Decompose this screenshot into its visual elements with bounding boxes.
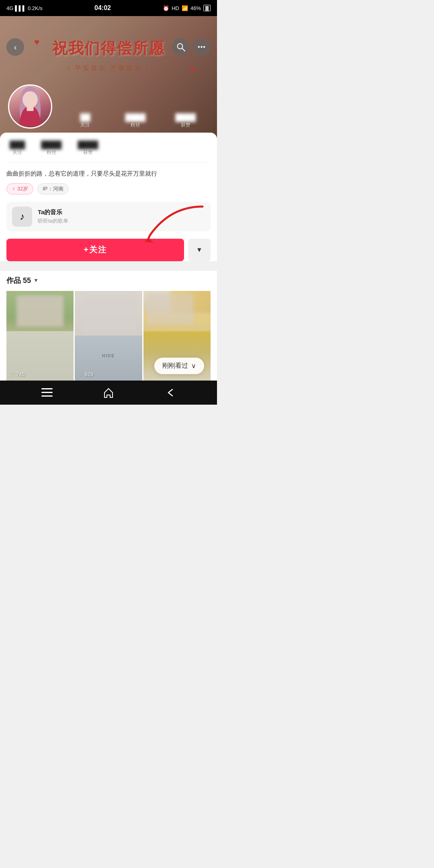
music-title: Ta的音乐 xyxy=(38,209,68,216)
white-following-num: ███ xyxy=(10,141,25,149)
bio-text: 曲曲折折的路，总有它的道理，只要尽头是花开万里就行 xyxy=(6,169,211,178)
like-count-1: ♡ 745 xyxy=(10,371,25,377)
more-action-button[interactable]: ▼ xyxy=(188,239,211,261)
svg-line-1 xyxy=(182,48,185,51)
music-icon: ♪ xyxy=(12,207,32,227)
gender-age-tag: ♀ 32岁 xyxy=(6,183,33,194)
works-label: 作品 55 xyxy=(6,276,31,285)
works-header[interactable]: 作品 55 ▼ xyxy=(6,271,211,291)
follow-button[interactable]: +关注 xyxy=(6,239,184,261)
cover-subtitle: / 平安喜乐 万事胜意 / xyxy=(0,64,217,73)
video-item[interactable]: ♡ 745 xyxy=(6,291,74,381)
recently-viewed-badge[interactable]: 刚刚看过 ∨ xyxy=(154,358,204,374)
svg-point-3 xyxy=(23,91,38,108)
status-left: 4G ▌▌▌ 0.2K/s xyxy=(6,5,43,11)
heart-icon-2: ♡ xyxy=(78,371,83,377)
cover-stats: ██ 关注 ████ 粉丝 ████ 获赞 xyxy=(60,113,211,129)
stats-row-white: ███ 关注 ████ 粉丝 ████ 获赞 xyxy=(6,141,211,163)
age-text: 32岁 xyxy=(17,185,28,192)
home-button[interactable] xyxy=(100,384,117,401)
music-card[interactable]: ♪ Ta的音乐 听听ta的歌单 xyxy=(6,202,211,231)
battery-text: 46% xyxy=(190,5,201,11)
svg-rect-7 xyxy=(41,392,53,393)
works-dropdown-icon: ▼ xyxy=(33,277,39,283)
status-right: ⏰ HD 📶 46% ▓ xyxy=(163,5,211,11)
signal-bars: ▌▌▌ xyxy=(15,5,26,11)
status-bar: 4G ▌▌▌ 0.2K/s 04:02 ⏰ HD 📶 46% ▓ xyxy=(0,0,217,16)
profile-card: ███ 关注 ████ 粉丝 ████ 获赞 曲曲折折的路，总有它的道理，只要尽… xyxy=(0,133,217,261)
action-wrapper: +关注 ▼ xyxy=(6,239,211,261)
alarm-icon: ⏰ xyxy=(163,5,169,11)
ip-location-tag: IP：河南 xyxy=(37,183,68,194)
time-display: 04:02 xyxy=(94,4,111,12)
white-likes-num: ████ xyxy=(78,141,98,149)
video-grid: ♡ 745 HIDE ♡ 929 刚 xyxy=(6,291,211,381)
heart-icon-1: ♡ xyxy=(10,371,14,377)
like-num-2: 929 xyxy=(84,371,93,377)
music-subtitle: 听听ta的歌单 xyxy=(38,217,68,225)
video-item[interactable]: HIDE ♡ 929 xyxy=(75,291,142,381)
following-count: ██ xyxy=(60,113,111,122)
menu-button[interactable] xyxy=(38,384,56,401)
bottom-nav xyxy=(0,381,217,405)
dropdown-arrow-icon: ▼ xyxy=(196,246,203,254)
gender-icon: ♀ xyxy=(12,186,16,192)
recently-viewed-arrow-icon: ∨ xyxy=(191,362,196,370)
speed-text: 0.2K/s xyxy=(28,5,43,11)
back-button[interactable]: ‹ xyxy=(6,38,24,56)
action-row: +关注 ▼ xyxy=(6,239,211,261)
svg-rect-6 xyxy=(41,388,53,389)
recently-viewed-label: 刚刚看过 xyxy=(162,362,188,370)
more-button[interactable]: ••• xyxy=(193,38,211,56)
search-button[interactable] xyxy=(172,38,190,56)
music-note-icon: ♪ xyxy=(20,211,25,222)
like-num-1: 745 xyxy=(16,371,25,377)
white-likes-label: 获赞 xyxy=(78,149,98,156)
wifi-icon: 📶 xyxy=(182,5,188,11)
works-section: 作品 55 ▼ ♡ 745 HIDE ♡ xyxy=(0,271,217,381)
following-label: 关注 xyxy=(60,122,111,129)
battery-icon: ▓ xyxy=(203,5,211,11)
avatar xyxy=(8,84,52,129)
likes-count: ████ xyxy=(160,113,211,122)
white-following-label: 关注 xyxy=(10,149,25,156)
like-count-2: ♡ 929 xyxy=(78,371,93,377)
followers-label: 粉丝 xyxy=(111,122,161,129)
back-nav-button[interactable] xyxy=(161,384,179,401)
white-followers-num: ████ xyxy=(41,141,61,149)
followers-count: ████ xyxy=(111,113,161,122)
hd-label: HD xyxy=(172,5,179,11)
cover-area: ♥ ♥ ♥ 祝我们得偿所愿 / 平安喜乐 万事胜意 / ‹ ••• xyxy=(0,16,217,141)
svg-rect-8 xyxy=(41,395,53,397)
svg-rect-4 xyxy=(27,106,33,111)
signal-text: 4G xyxy=(6,5,13,11)
white-followers-label: 粉丝 xyxy=(41,149,61,156)
tags-row: ♀ 32岁 IP：河南 xyxy=(6,183,211,194)
music-info: Ta的音乐 听听ta的歌单 xyxy=(38,209,68,225)
likes-label: 获赞 xyxy=(160,122,211,129)
